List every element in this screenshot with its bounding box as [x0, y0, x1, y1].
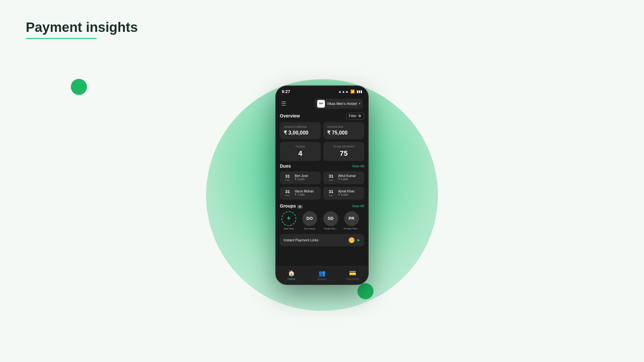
groups-stats-row: Groups 4 Group Members 75: [280, 142, 364, 161]
nav-item-groups[interactable]: 👥 Groups: [307, 270, 337, 281]
due-amount: ₹ 4,500: [338, 193, 355, 196]
dues-section-header: Dues View All: [280, 163, 364, 169]
hostel-avatar: MH: [317, 100, 325, 107]
instant-payment-card: Instant Payment Links ➤: [280, 234, 364, 246]
group-label: Private Roo...: [344, 227, 359, 230]
groups-value: 4: [284, 149, 317, 158]
status-icons: ▲▲▲ 📶 ▮▮▮: [338, 89, 362, 94]
due-date-month: Dec: [283, 179, 292, 181]
nav-icon-payments: 💳: [349, 270, 356, 277]
group-avatar: PR: [344, 211, 359, 226]
nav-item-payments[interactable]: 💳 Payments: [337, 270, 368, 281]
group-members-label: Group Members: [327, 145, 360, 148]
hamburger-icon[interactable]: ☰: [281, 100, 286, 107]
due-card[interactable]: 31 Dec Ajmal Khan ₹ 4,500: [323, 187, 364, 200]
signal-icon: ▲▲▲: [338, 89, 349, 93]
nav-bar: ☰ MH Vikas Men's Hostel ▾: [276, 96, 368, 111]
status-time: 9:27: [282, 89, 290, 94]
due-date-month: Dec: [327, 179, 336, 181]
overview-section-header: Overview Filter ⚙: [280, 113, 364, 119]
due-amount: ₹ 5,000: [338, 178, 356, 181]
instant-payment-title: Instant Payment Links: [284, 238, 318, 242]
deco-circle-right: [357, 283, 374, 299]
group-label: Dormitory: [304, 227, 315, 230]
group-item[interactable]: PR Private Roo...: [343, 211, 360, 230]
phone-wrapper: 9:27 ▲▲▲ 📶 ▮▮▮ ☰ MH Vikas Men's Hostel ▾…: [275, 85, 369, 285]
due-date: 31 Dec: [327, 174, 336, 181]
amount-collected-label: Amount Collected: [284, 125, 317, 128]
due-date-month: Dec: [283, 194, 292, 197]
due-name: Ben Jose: [295, 174, 308, 178]
group-item[interactable]: DO Dormitory: [301, 211, 318, 230]
group-avatar: DO: [302, 211, 317, 226]
dues-title: Dues: [280, 163, 291, 169]
due-info: Ajmal Khan ₹ 4,500: [338, 190, 355, 196]
filter-label: Filter: [349, 114, 357, 118]
send-icon[interactable]: ➤: [356, 237, 360, 243]
nav-icon-home: 🏠: [288, 270, 295, 277]
dues-view-all[interactable]: View All: [352, 164, 364, 168]
due-date-num: 31: [327, 189, 336, 194]
due-name: Ajmal Khan: [338, 190, 355, 193]
chevron-down-icon: ▾: [359, 102, 360, 105]
groups-section-header: Groups 4 View All: [280, 203, 364, 209]
filter-button[interactable]: Filter ⚙: [346, 113, 364, 119]
due-info: Athul Kumar ₹ 5,000: [338, 174, 356, 181]
group-label: Add New: [283, 227, 294, 230]
due-date: 31 Dec: [283, 189, 292, 197]
battery-icon: ▮▮▮: [356, 89, 362, 94]
bottom-nav: 🏠 Home 👥 Groups 💳 Payments: [276, 266, 368, 284]
group-label: Small Dor...: [324, 227, 337, 230]
due-name: Athul Kumar: [338, 174, 356, 178]
hostel-selector[interactable]: MH Vikas Men's Hostel ▾: [315, 98, 363, 109]
due-name: Varun Mohan: [295, 190, 314, 193]
hostel-name: Vikas Men's Hostel: [327, 102, 357, 106]
group-members-card: Group Members 75: [323, 142, 364, 161]
due-date-num: 31: [283, 189, 292, 194]
due-card[interactable]: 31 Dec Athul Kumar ₹ 5,000: [323, 171, 364, 184]
group-members-value: 75: [327, 149, 360, 158]
group-avatar: SD: [323, 211, 338, 226]
due-date: 31 Dec: [327, 189, 336, 197]
due-date-month: Dec: [327, 194, 336, 197]
due-card[interactable]: 31 Dec Varun Mohan ₹ 7,500: [280, 187, 321, 200]
due-card[interactable]: 31 Dec Ben Jose ₹ 5,000: [280, 171, 321, 184]
phone: 9:27 ▲▲▲ 📶 ▮▮▮ ☰ MH Vikas Men's Hostel ▾…: [275, 85, 369, 285]
due-date: 31 Dec: [283, 174, 292, 181]
amount-due-label: Amount Due: [327, 125, 360, 128]
group-avatar: +: [281, 211, 296, 226]
page-title-underline: [26, 38, 97, 39]
due-info: Varun Mohan ₹ 7,500: [295, 190, 314, 196]
due-amount: ₹ 7,500: [295, 193, 314, 196]
amount-due-value: ₹ 75,000: [327, 130, 360, 136]
groups-title: Groups 4: [280, 203, 303, 209]
payment-icons: ➤: [349, 237, 360, 243]
due-date-num: 31: [327, 174, 336, 179]
groups-count-card: Groups 4: [280, 142, 321, 161]
nav-label-home: Home: [288, 277, 295, 281]
nav-label-groups: Groups: [317, 277, 327, 281]
deco-circle-left: [71, 79, 87, 95]
dues-grid: 31 Dec Ben Jose ₹ 5,000 31 Dec Athul Kum…: [280, 171, 364, 200]
page-title: Payment insights: [26, 19, 138, 35]
nav-item-home[interactable]: 🏠 Home: [276, 270, 307, 281]
overview-title: Overview: [280, 113, 300, 118]
filter-icon: ⚙: [358, 114, 361, 118]
status-bar: 9:27 ▲▲▲ 📶 ▮▮▮: [276, 86, 368, 96]
due-amount: ₹ 5,000: [295, 178, 308, 181]
groups-row: + Add New DO Dormitory SD Small Dor... P…: [280, 211, 364, 230]
due-date-num: 31: [283, 174, 292, 179]
page-title-area: Payment insights: [26, 19, 138, 39]
coin-icon: [349, 237, 355, 243]
groups-label: Groups: [284, 145, 317, 148]
group-item[interactable]: + Add New: [280, 211, 298, 230]
nav-label-payments: Payments: [346, 277, 359, 281]
amount-cards-row: Amount Collected ₹ 3,00,000 Amount Due ₹…: [280, 122, 364, 139]
amount-due-card: Amount Due ₹ 75,000: [323, 122, 364, 139]
phone-content[interactable]: Overview Filter ⚙ Amount Collected ₹ 3,0…: [276, 111, 368, 281]
group-item[interactable]: SD Small Dor...: [322, 211, 339, 230]
groups-view-all[interactable]: View All: [352, 204, 364, 208]
amount-collected-value: ₹ 3,00,000: [284, 130, 317, 136]
wifi-icon: 📶: [350, 89, 355, 94]
due-info: Ben Jose ₹ 5,000: [295, 174, 308, 181]
